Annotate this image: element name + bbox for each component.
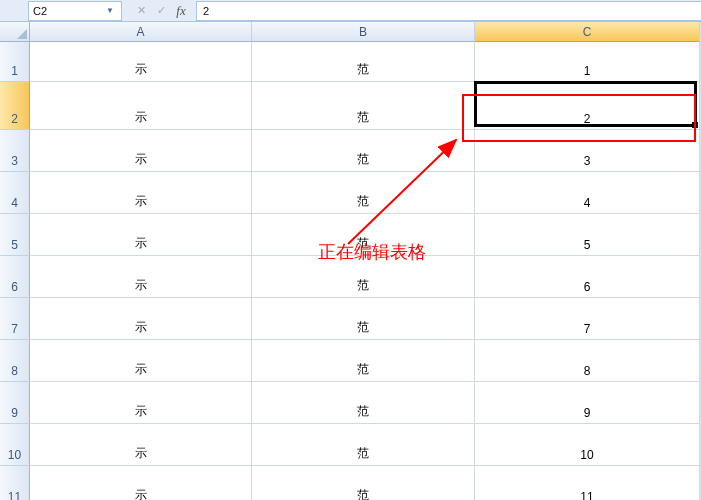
cell[interactable]: 示 (30, 42, 252, 82)
cell[interactable]: 2 (475, 82, 700, 130)
table-row: 示范10 (30, 424, 701, 466)
select-all-corner[interactable] (0, 22, 30, 42)
cell[interactable]: 7 (475, 298, 700, 340)
cell[interactable]: 11 (475, 466, 700, 500)
row-header[interactable]: 10 (0, 424, 30, 466)
name-box[interactable]: C2 ▼ (28, 1, 122, 21)
row-header[interactable]: 7 (0, 298, 30, 340)
row-header[interactable]: 2 (0, 82, 30, 130)
cell[interactable]: 范 (252, 42, 475, 82)
cell[interactable]: 范 (252, 466, 475, 500)
cancel-icon[interactable]: ✕ (132, 2, 150, 20)
cell[interactable]: 示 (30, 466, 252, 500)
cell[interactable]: 示 (30, 424, 252, 466)
cell[interactable]: 范 (252, 130, 475, 172)
cell[interactable]: 8 (475, 340, 700, 382)
cell[interactable]: 示 (30, 82, 252, 130)
cell[interactable]: 范 (252, 298, 475, 340)
table-row: 示范2 (30, 82, 701, 130)
formula-bar-buttons: ✕ ✓ fx (126, 2, 196, 20)
cell[interactable]: 示 (30, 382, 252, 424)
cell[interactable]: 范 (252, 172, 475, 214)
cell[interactable]: 1 (475, 42, 700, 82)
col-header-A[interactable]: A (30, 22, 252, 42)
formula-input[interactable]: 2 (196, 1, 701, 21)
cell[interactable]: 范 (252, 256, 475, 298)
column-headers: ABC (30, 22, 701, 42)
name-box-text: C2 (33, 5, 103, 17)
row-header[interactable]: 4 (0, 172, 30, 214)
row-header[interactable]: 6 (0, 256, 30, 298)
cell[interactable]: 示 (30, 172, 252, 214)
cell[interactable]: 6 (475, 256, 700, 298)
cell[interactable]: 范 (252, 382, 475, 424)
cell[interactable]: 5 (475, 214, 700, 256)
cell[interactable]: 示 (30, 298, 252, 340)
formula-value: 2 (203, 5, 209, 17)
cell[interactable]: 示 (30, 214, 252, 256)
row-header[interactable]: 9 (0, 382, 30, 424)
row-header[interactable]: 3 (0, 130, 30, 172)
cell[interactable]: 9 (475, 382, 700, 424)
table-row: 示范3 (30, 130, 701, 172)
row-header[interactable]: 8 (0, 340, 30, 382)
formula-bar: C2 ▼ ✕ ✓ fx 2 (0, 0, 701, 22)
table-row: 示范7 (30, 298, 701, 340)
cell[interactable]: 范 (252, 424, 475, 466)
cell[interactable]: 10 (475, 424, 700, 466)
row-header[interactable]: 1 (0, 42, 30, 82)
row-headers: 1234567891011 (0, 42, 30, 500)
cell[interactable]: 范 (252, 82, 475, 130)
chevron-down-icon[interactable]: ▼ (103, 3, 117, 19)
cell[interactable]: 3 (475, 130, 700, 172)
cells-area[interactable]: 示范1示范2示范3示范4示范5示范6示范7示范8示范9示范10示范11 (30, 42, 701, 500)
row-header[interactable]: 11 (0, 466, 30, 500)
cell[interactable]: 范 (252, 340, 475, 382)
cell[interactable]: 4 (475, 172, 700, 214)
col-header-C[interactable]: C (475, 22, 700, 42)
cell[interactable]: 示 (30, 130, 252, 172)
confirm-icon[interactable]: ✓ (152, 2, 170, 20)
table-row: 示范9 (30, 382, 701, 424)
row-header[interactable]: 5 (0, 214, 30, 256)
table-row: 示范4 (30, 172, 701, 214)
table-row: 示范8 (30, 340, 701, 382)
col-header-B[interactable]: B (252, 22, 475, 42)
table-row: 示范1 (30, 42, 701, 82)
cell[interactable]: 示 (30, 256, 252, 298)
cell[interactable]: 范 (252, 214, 475, 256)
fx-icon[interactable]: fx (172, 2, 190, 20)
table-row: 示范5 (30, 214, 701, 256)
table-row: 示范6 (30, 256, 701, 298)
table-row: 示范11 (30, 466, 701, 500)
cell[interactable]: 示 (30, 340, 252, 382)
